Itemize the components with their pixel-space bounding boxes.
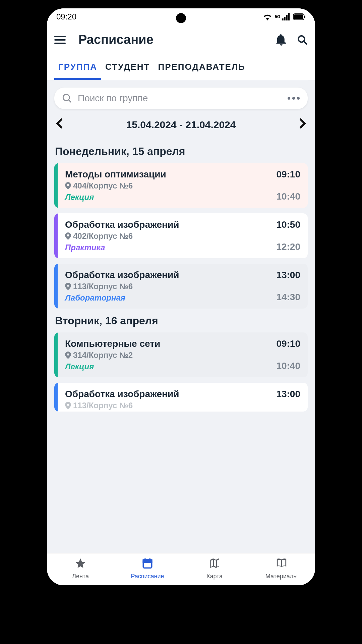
nav-label: Расписание (131, 573, 164, 580)
lesson-info: Обработка изображений 402/Корпус №6 Прак… (65, 219, 267, 252)
lesson-color-bar (54, 383, 58, 412)
app-bar-actions (276, 34, 308, 46)
lesson-location-text: 402/Корпус №6 (73, 231, 133, 241)
lesson-info: Обработка изображений 113/Корпус №6 (65, 389, 267, 410)
pin-icon (65, 182, 71, 190)
lesson-type: Лекция (65, 193, 267, 202)
lesson-title: Обработка изображений (65, 219, 267, 230)
lesson-body: Методы оптимизации 404/Корпус №6 Лекция … (58, 163, 308, 208)
menu-button[interactable] (54, 36, 66, 44)
lesson-end-time: 10:40 (276, 361, 300, 371)
lesson-body: Обработка изображений 113/Корпус №6 Лабо… (58, 264, 308, 309)
lesson-body: Компьютерные сети 314/Корпус №2 Лекция 0… (58, 332, 308, 377)
pin-icon (65, 402, 71, 409)
calendar-icon (142, 557, 153, 572)
phone-screen: 09:20 5G Расписание (47, 8, 315, 585)
lesson-location-text: 113/Корпус №6 (73, 282, 133, 291)
lesson-title: Компьютерные сети (65, 338, 267, 349)
pin-icon (65, 232, 71, 240)
book-icon (276, 557, 287, 572)
nav-label: Материалы (265, 573, 298, 580)
tabs-row: ГРУППА СТУДЕНТ ПРЕПОДАВАТЕЛЬ (54, 56, 308, 80)
search-icon (62, 94, 72, 103)
wifi-icon (263, 13, 272, 20)
lesson-card[interactable]: Компьютерные сети 314/Корпус №2 Лекция 0… (54, 332, 308, 377)
lesson-start-time: 09:10 (276, 169, 300, 180)
signal-icon (282, 13, 290, 20)
status-bar: 09:20 5G (47, 8, 315, 25)
tab-teacher[interactable]: ПРЕПОДАВАТЕЛЬ (154, 56, 249, 80)
lesson-body: Обработка изображений 113/Корпус №6 13:0… (58, 383, 308, 412)
chevron-left-icon (56, 118, 62, 128)
lesson-card[interactable]: Обработка изображений 113/Корпус №6 Лабо… (54, 264, 308, 309)
nav-materials[interactable]: Материалы (248, 557, 315, 580)
lesson-body: Обработка изображений 402/Корпус №6 Прак… (58, 213, 308, 258)
next-week-button[interactable] (300, 118, 306, 131)
lesson-end-time: 14:30 (276, 292, 300, 303)
lesson-title: Обработка изображений (65, 389, 267, 399)
nav-schedule[interactable]: Расписание (114, 557, 181, 580)
lesson-title: Методы оптимизации (65, 169, 267, 180)
nav-feed[interactable]: Лента (47, 557, 114, 580)
nav-label: Карта (206, 573, 223, 580)
lesson-color-bar (54, 163, 58, 208)
lesson-times: 13:00 (267, 389, 300, 410)
svg-line-10 (69, 100, 71, 102)
search-input[interactable] (78, 93, 282, 104)
lesson-info: Компьютерные сети 314/Корпус №2 Лекция (65, 338, 267, 371)
prev-week-button[interactable] (56, 118, 62, 131)
svg-rect-6 (304, 15, 305, 18)
tab-student[interactable]: СТУДЕНТ (101, 56, 154, 80)
lesson-location-text: 314/Корпус №2 (73, 351, 133, 360)
phone-frame: 09:20 5G Расписание (44, 5, 318, 589)
lesson-start-time: 09:10 (276, 338, 300, 349)
app-bar: Расписание ГРУППА СТУДЕНТ ПРЕПОДАВАТЕЛЬ (47, 25, 315, 80)
content-scroll[interactable]: 15.04.2024 - 21.04.2024 Понедельник, 15 … (47, 80, 315, 553)
app-bar-top: Расписание (54, 33, 308, 47)
more-options-button[interactable] (288, 97, 300, 100)
lesson-location: 113/Корпус №6 (65, 282, 267, 291)
lesson-start-time: 10:50 (276, 219, 300, 230)
date-navigator: 15.04.2024 - 21.04.2024 (54, 114, 308, 139)
map-icon (209, 557, 220, 572)
lesson-card[interactable]: Обработка изображений 113/Корпус №6 13:0… (54, 383, 308, 412)
search-icon[interactable] (297, 35, 308, 45)
day-heading: Понедельник, 15 апреля (55, 145, 308, 158)
lesson-times: 09:10 10:40 (267, 338, 300, 371)
lesson-start-time: 13:00 (276, 270, 300, 280)
lesson-times: 13:00 14:30 (267, 270, 300, 303)
lesson-location: 113/Корпус №6 (65, 401, 267, 410)
lesson-card[interactable]: Методы оптимизации 404/Корпус №6 Лекция … (54, 163, 308, 208)
lesson-type: Практика (65, 243, 267, 252)
lesson-type: Лабораторная (65, 293, 267, 303)
svg-point-7 (298, 36, 305, 42)
page-title: Расписание (78, 33, 268, 47)
svg-point-9 (63, 94, 69, 101)
bottom-nav: Лента Расписание Карта Материалы (47, 553, 315, 585)
tab-group[interactable]: ГРУППА (54, 56, 101, 80)
lesson-location-text: 113/Корпус №6 (73, 401, 133, 410)
chevron-right-icon (300, 118, 306, 128)
hamburger-line-icon (54, 43, 66, 44)
lesson-card[interactable]: Обработка изображений 402/Корпус №6 Прак… (54, 213, 308, 258)
lesson-info: Обработка изображений 113/Корпус №6 Лабо… (65, 270, 267, 303)
camera-notch (176, 13, 186, 23)
bell-icon[interactable] (276, 34, 286, 46)
svg-rect-0 (282, 18, 284, 20)
lesson-end-time: 12:20 (276, 241, 300, 252)
lesson-type: Лекция (65, 362, 267, 371)
lesson-location: 402/Корпус №6 (65, 231, 267, 241)
lesson-color-bar (54, 332, 58, 377)
date-range-label: 15.04.2024 - 21.04.2024 (126, 119, 236, 130)
status-icons: 5G (263, 13, 306, 20)
svg-rect-1 (284, 17, 286, 20)
pin-icon (65, 352, 71, 359)
network-5g-label: 5G (275, 14, 280, 19)
lesson-start-time: 13:00 (276, 389, 300, 399)
battery-icon (293, 13, 306, 20)
lesson-info: Методы оптимизации 404/Корпус №6 Лекция (65, 169, 267, 202)
lesson-location: 404/Корпус №6 (65, 181, 267, 191)
lesson-location: 314/Корпус №2 (65, 351, 267, 360)
svg-line-8 (304, 41, 307, 44)
nav-map[interactable]: Карта (181, 557, 248, 580)
